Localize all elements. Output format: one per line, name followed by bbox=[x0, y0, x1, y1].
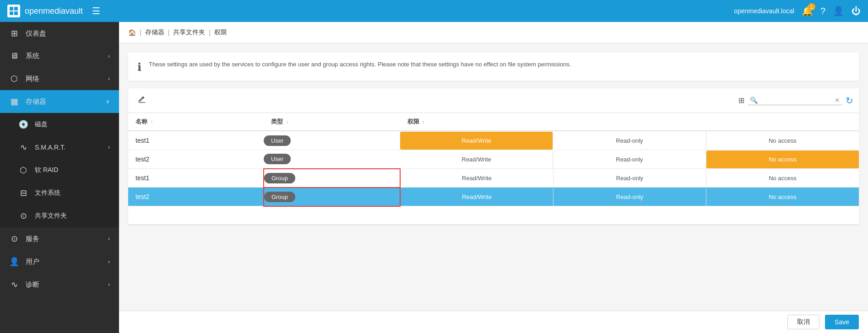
table-row[interactable]: test1 Group Read/Write Read-only No acce… bbox=[128, 169, 859, 188]
table-toolbar: ⊞ 🔍 ✕ ↻ bbox=[128, 88, 859, 113]
menu-toggle-button[interactable]: ☰ bbox=[92, 5, 100, 16]
sidebar-label-diagnostics: 诊断 bbox=[26, 280, 39, 289]
breadcrumb-sep-1: | bbox=[140, 29, 141, 36]
user-badge: User bbox=[264, 154, 291, 164]
softraid-icon: ⬡ bbox=[18, 165, 28, 175]
refresh-button[interactable]: ↻ bbox=[846, 95, 853, 106]
readwrite-button[interactable]: Read/Write bbox=[401, 169, 553, 187]
home-icon[interactable]: 🏠 bbox=[128, 29, 136, 36]
chevron-right-icon-smart: › bbox=[108, 144, 110, 150]
row-type: Group bbox=[264, 169, 400, 188]
sidebar-item-dashboard[interactable]: ⊞ 仪表盘 bbox=[0, 22, 119, 45]
table-row[interactable]: test1 User Read/Write Read-only No acces… bbox=[128, 131, 859, 150]
sidebar-label-smart: S.M.A.R.T. bbox=[35, 144, 65, 151]
cancel-button[interactable]: 取消 bbox=[787, 315, 819, 329]
user-badge: User bbox=[264, 135, 291, 146]
footer: 取消 Save bbox=[119, 311, 868, 333]
readonly-button[interactable]: Read-only bbox=[553, 188, 706, 206]
readwrite-button[interactable]: Read/Write bbox=[400, 132, 553, 150]
chevron-right-icon: › bbox=[108, 53, 110, 59]
search-input[interactable] bbox=[760, 97, 833, 104]
permissions-table: 名称 ↑ 类型 ↓ 权限 ↕ test1 User bbox=[128, 113, 859, 225]
help-button[interactable]: ? bbox=[820, 6, 825, 16]
user-button[interactable]: 👤 bbox=[833, 5, 844, 16]
search-icon: 🔍 bbox=[750, 97, 758, 104]
chevron-right-icon-network: › bbox=[108, 75, 110, 82]
sidebar-item-storage[interactable]: ▦ 存储器 ∨ bbox=[0, 90, 119, 113]
sidebar-label-softraid: 软 RAID bbox=[35, 166, 58, 174]
topbar-right: openmediavault.local 🔔 1 ? 👤 ⏻ bbox=[734, 5, 861, 16]
row-type: Group bbox=[264, 188, 400, 206]
sort-icon-perm: ↕ bbox=[423, 119, 425, 124]
info-banner: ℹ These settings are used by the service… bbox=[128, 53, 859, 81]
save-button[interactable]: Save bbox=[825, 315, 859, 329]
permissions-table-card: ⊞ 🔍 ✕ ↻ 名称 ↑ 类型 ↓ bbox=[128, 88, 859, 225]
info-text: These settings are used by the services … bbox=[149, 60, 571, 69]
svg-rect-0 bbox=[10, 7, 13, 11]
sidebar-label-sharedfolder: 共享文件夹 bbox=[35, 212, 67, 220]
hostname-label: openmediavault.local bbox=[734, 7, 794, 15]
breadcrumb-sharedfolder[interactable]: 共享文件夹 bbox=[173, 28, 205, 37]
table-row-empty bbox=[128, 206, 859, 225]
breadcrumb-permissions[interactable]: 权限 bbox=[214, 28, 227, 37]
sidebar-item-network[interactable]: ⬡ 网络 › bbox=[0, 67, 119, 90]
smart-icon: ∿ bbox=[18, 142, 28, 152]
sidebar-label-services: 服务 bbox=[26, 235, 39, 243]
breadcrumb-sep-3: | bbox=[209, 29, 211, 36]
sidebar-label-storage: 存储器 bbox=[26, 97, 46, 106]
sidebar-item-users[interactable]: 👤 用户 › bbox=[0, 250, 119, 273]
chevron-right-icon-users: › bbox=[108, 258, 110, 265]
sidebar-item-sharedfolder[interactable]: ⊙ 共享文件夹 bbox=[0, 204, 119, 227]
grid-view-button[interactable]: ⊞ bbox=[738, 96, 744, 105]
chevron-down-icon-storage: ∨ bbox=[106, 98, 110, 105]
breadcrumb: 🏠 | 存储器 | 共享文件夹 | 权限 bbox=[119, 22, 868, 43]
row-name: test2 bbox=[128, 150, 264, 168]
readonly-button[interactable]: Read-only bbox=[553, 169, 706, 187]
noaccess-button[interactable]: No access bbox=[706, 188, 859, 206]
table-row[interactable]: test2 Group Read/Write Read-only No acce… bbox=[128, 188, 859, 206]
filesystem-icon: ⊟ bbox=[18, 188, 28, 198]
info-icon: ℹ bbox=[137, 61, 141, 74]
readwrite-button[interactable]: Read/Write bbox=[401, 188, 553, 206]
row-perm: Read/Write Read-only No access bbox=[400, 188, 859, 206]
readonly-button[interactable]: Read-only bbox=[553, 150, 706, 168]
topbar: openmediavault ☰ openmediavault.local 🔔 … bbox=[0, 0, 868, 22]
chevron-right-icon-services: › bbox=[108, 236, 110, 242]
app-title: openmediavault bbox=[25, 6, 83, 16]
noaccess-button[interactable]: No access bbox=[706, 150, 859, 168]
breadcrumb-sep-2: | bbox=[168, 29, 170, 36]
sidebar-item-diagnostics[interactable]: ∿ 诊断 › bbox=[0, 273, 119, 296]
sidebar-item-system[interactable]: 🖥 系统 › bbox=[0, 45, 119, 67]
sidebar-item-services[interactable]: ⊙ 服务 › bbox=[0, 227, 119, 250]
sidebar: ⊞ 仪表盘 🖥 系统 › ⬡ 网络 › ▦ 存储器 ∨ 💿 bbox=[0, 22, 119, 333]
storage-submenu: 💿 磁盘 ∿ S.M.A.R.T. › ⬡ 软 RAID ⊟ 文件系统 ⊙ 共享… bbox=[0, 113, 119, 227]
notification-button[interactable]: 🔔 1 bbox=[802, 5, 813, 16]
col-perm: 权限 ↕ bbox=[400, 113, 859, 131]
sidebar-item-softraid[interactable]: ⬡ 软 RAID bbox=[0, 159, 119, 182]
noaccess-button[interactable]: No access bbox=[706, 169, 859, 187]
search-clear-button[interactable]: ✕ bbox=[835, 97, 840, 104]
sharedfolder-icon: ⊙ bbox=[18, 211, 28, 221]
table-row[interactable]: test2 User Read/Write Read-only No acces… bbox=[128, 150, 859, 169]
power-button[interactable]: ⏻ bbox=[852, 6, 861, 16]
app-logo: openmediavault bbox=[7, 5, 83, 17]
diagnostics-icon: ∿ bbox=[9, 279, 19, 290]
sidebar-item-smart[interactable]: ∿ S.M.A.R.T. › bbox=[0, 136, 119, 159]
sort-icon-name: ↑ bbox=[151, 119, 153, 124]
breadcrumb-storage[interactable]: 存储器 bbox=[145, 28, 164, 37]
row-perm: Read/Write Read-only No access bbox=[400, 169, 859, 188]
readwrite-button[interactable]: Read/Write bbox=[400, 150, 553, 168]
sidebar-label-system: 系统 bbox=[26, 52, 39, 60]
sidebar-label-network: 网络 bbox=[26, 75, 39, 83]
sidebar-label-dashboard: 仪表盘 bbox=[26, 29, 46, 38]
edit-button[interactable] bbox=[134, 92, 150, 109]
readonly-button[interactable]: Read-only bbox=[553, 132, 706, 150]
sidebar-item-disk[interactable]: 💿 磁盘 bbox=[0, 113, 119, 136]
sidebar-item-filesystem[interactable]: ⊟ 文件系统 bbox=[0, 182, 119, 204]
toolbar-right: ⊞ 🔍 ✕ ↻ bbox=[738, 95, 853, 106]
storage-icon: ▦ bbox=[9, 97, 19, 107]
row-type: User bbox=[264, 150, 400, 169]
noaccess-button[interactable]: No access bbox=[706, 132, 859, 150]
svg-rect-2 bbox=[10, 11, 13, 15]
sidebar-label-users: 用户 bbox=[26, 258, 39, 266]
